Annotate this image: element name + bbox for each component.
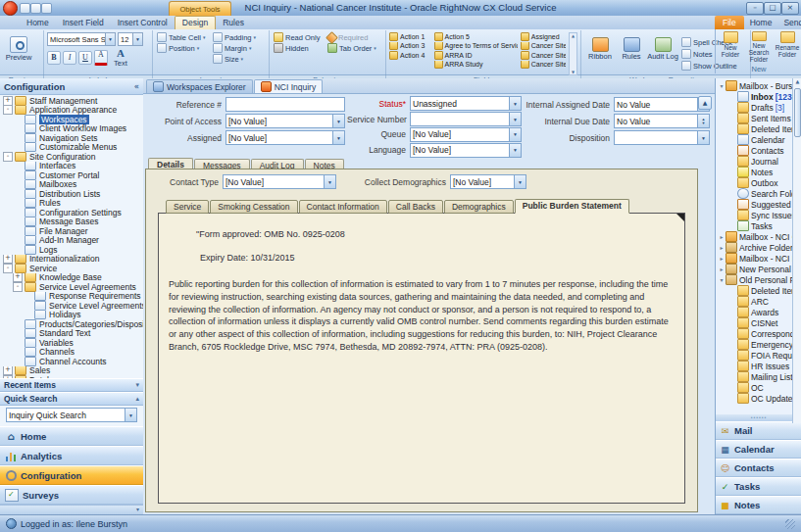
field-control[interactable]: No Value xyxy=(614,97,710,112)
folder-item[interactable]: Correspondence xyxy=(716,328,801,339)
spinner-icon[interactable] xyxy=(697,115,709,127)
folder-item[interactable]: ▸ Mailbox - NCI OCE Training T... xyxy=(716,231,801,242)
folder-item[interactable]: Deleted Items xyxy=(716,285,801,296)
tree-expand-icon[interactable] xyxy=(13,348,23,358)
scrollbar-thumb[interactable] xyxy=(794,88,801,137)
quick-access-icon[interactable] xyxy=(41,3,52,14)
collapse-pane-icon[interactable]: « xyxy=(134,82,139,91)
ribbon-button[interactable]: Size ▾ xyxy=(212,54,259,64)
outlook-nav-button[interactable]: ✓ Tasks xyxy=(716,477,801,496)
folder-item[interactable]: HR Issues xyxy=(716,361,801,371)
resize-grip[interactable] xyxy=(785,519,795,529)
field-control[interactable]: [No Value] xyxy=(410,143,522,158)
tree-expand-icon[interactable] xyxy=(13,226,23,236)
ribbon-tab[interactable]: Insert Control xyxy=(111,16,175,29)
tree-item[interactable]: + Knowledge Base xyxy=(0,273,143,283)
tree-expand-icon[interactable] xyxy=(13,199,23,209)
folder-item[interactable]: ▾ Old Personal Folders xyxy=(716,274,801,285)
ribbon-button[interactable]: Hidden xyxy=(273,43,324,53)
tree-item[interactable]: Variables xyxy=(0,338,143,348)
tree-expand-icon[interactable]: + xyxy=(3,255,13,265)
field-gallery-item[interactable]: Agree to Terms of Service xyxy=(434,42,518,51)
scroll-up-button[interactable]: ▲ xyxy=(698,96,712,110)
field-gallery-item[interactable]: Action 5 xyxy=(434,32,518,41)
nav-button[interactable]: Surveys xyxy=(0,485,143,505)
maximize-button[interactable]: □ xyxy=(764,2,781,15)
ribbon-big-button[interactable]: Rules xyxy=(616,32,647,65)
close-button[interactable]: × xyxy=(781,2,799,15)
font-color-button[interactable]: A xyxy=(94,50,108,66)
dropdown-arrow-icon[interactable] xyxy=(332,115,344,127)
folder-expand-icon[interactable]: ▸ xyxy=(718,255,726,262)
folder-item[interactable]: Sent Items xyxy=(716,113,801,123)
ribbon-tab[interactable]: Insert Field xyxy=(56,16,111,29)
tree-expand-icon[interactable] xyxy=(13,245,23,255)
tree-expand-icon[interactable] xyxy=(23,292,32,302)
document-tab[interactable]: Workspaces Explorer xyxy=(146,79,253,93)
font-size-select[interactable]: 12 xyxy=(118,32,143,46)
folder-item[interactable]: ▸ Mailbox - NCI Port Info of... xyxy=(716,253,801,264)
nav-button[interactable]: Home xyxy=(0,426,143,446)
folder-item[interactable]: ▾ Mailbox - Burstyn, Bene (NIH xyxy=(716,80,801,91)
outlook-ribbon-button[interactable]: New Folder xyxy=(717,31,744,63)
tree-expand-icon[interactable] xyxy=(13,162,23,171)
folder-item[interactable]: Sync Issues xyxy=(716,210,801,220)
tree-item[interactable]: Mailboxes xyxy=(0,180,143,190)
tree-item[interactable]: Workspaces xyxy=(0,115,143,124)
outlook-ribbon-tab[interactable]: Send / xyxy=(777,16,801,29)
nav-splitter[interactable]: •••••• xyxy=(716,414,801,421)
tree-expand-icon[interactable]: - xyxy=(3,106,13,116)
tree-item[interactable]: Interfaces xyxy=(0,162,143,171)
ribbon-button[interactable]: Tab Order ▾ xyxy=(326,43,379,53)
quick-access-icon[interactable] xyxy=(20,3,30,14)
inner-tab[interactable]: Contact Information xyxy=(299,200,387,214)
tree-item[interactable]: Rules xyxy=(0,199,143,209)
ribbon-button[interactable]: Required xyxy=(326,32,379,42)
field-control[interactable]: [No Value] xyxy=(225,114,345,128)
field-control[interactable]: No Value xyxy=(614,114,710,128)
tree-expand-icon[interactable] xyxy=(13,236,23,246)
tree-expand-icon[interactable] xyxy=(13,208,23,218)
inner-tab[interactable]: Call Backs xyxy=(388,200,443,214)
ribbon-button[interactable]: Padding ▾ xyxy=(212,32,259,42)
contact-type-select[interactable]: [No Value] xyxy=(223,174,336,189)
outlook-scrollbar[interactable]: ▲ xyxy=(792,78,801,423)
field-control[interactable] xyxy=(614,130,710,145)
tree-item[interactable]: - Application Appearance xyxy=(0,106,143,116)
preview-button[interactable]: Preview xyxy=(3,32,34,65)
field-gallery-item[interactable]: ARRA Study xyxy=(434,61,518,70)
tree-item[interactable]: Response Requirements xyxy=(0,292,143,302)
ribbon-big-button[interactable]: Audit Log xyxy=(647,32,678,65)
field-gallery-item[interactable]: Cancer Site 1 xyxy=(521,42,566,51)
folder-expand-icon[interactable]: ▸ xyxy=(718,233,726,240)
tree-expand-icon[interactable] xyxy=(23,301,32,311)
field-gallery-item[interactable]: Action 3 xyxy=(389,42,431,51)
quick-access-icon[interactable] xyxy=(30,3,41,14)
tree-item[interactable]: - Service xyxy=(0,264,143,273)
scroll-up-icon[interactable]: ▲ xyxy=(570,33,576,38)
outlook-ribbon-button[interactable]: New Search Folder xyxy=(745,31,773,63)
tree-expand-icon[interactable] xyxy=(13,115,23,124)
document-tab[interactable]: NCI Inquiry xyxy=(254,79,324,93)
ribbon-tab[interactable]: Home xyxy=(20,16,56,29)
tree-item[interactable]: Service Level Agreements xyxy=(0,301,143,311)
tree-expand-icon[interactable] xyxy=(13,329,23,339)
dropdown-arrow-icon[interactable] xyxy=(509,113,521,125)
recent-items-header[interactable]: Recent Items ▾ xyxy=(0,378,143,392)
folder-item[interactable]: Emergency Preparedne... xyxy=(716,339,801,350)
folder-item[interactable]: Notes xyxy=(716,167,801,177)
folder-item[interactable]: Search Folders xyxy=(716,188,801,199)
font-name-select[interactable]: Microsoft Sans Ser xyxy=(47,32,116,46)
field-control[interactable]: [No Value] xyxy=(225,130,345,145)
outlook-nav-button[interactable]: ✉ Mail xyxy=(716,421,801,440)
ribbon-button[interactable]: Position ▾ xyxy=(156,43,209,53)
tree-item[interactable]: - Service Level Agreements xyxy=(0,282,143,292)
folder-item[interactable]: Drafts [3] xyxy=(716,102,801,113)
outlook-ribbon-button[interactable]: Rename Folder xyxy=(774,31,801,63)
dropdown-arrow-icon[interactable] xyxy=(509,97,521,110)
folder-item[interactable]: Journal xyxy=(716,156,801,167)
rightnow-logo-icon[interactable] xyxy=(3,1,18,16)
tree-item[interactable]: Configuration Settings xyxy=(0,208,143,218)
folder-item[interactable]: Suggested Contacts xyxy=(716,199,801,210)
tree-item[interactable]: File Manager xyxy=(0,226,143,236)
